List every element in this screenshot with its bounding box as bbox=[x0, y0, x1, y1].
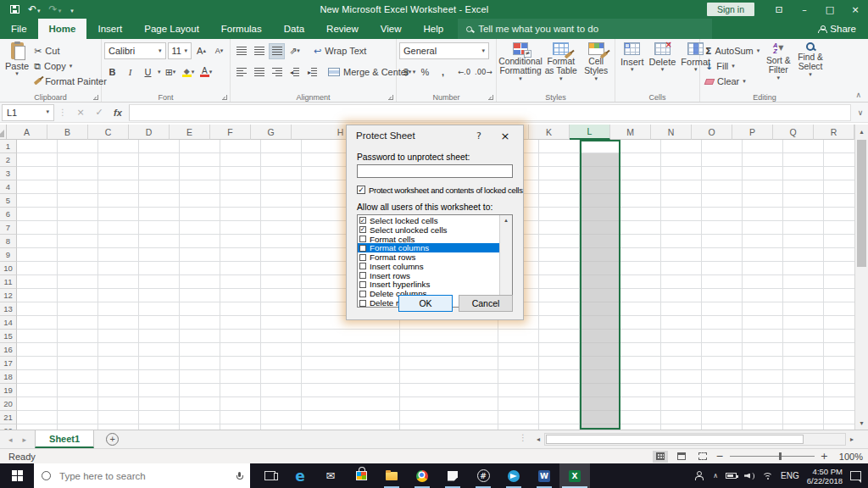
cell-A6[interactable] bbox=[17, 208, 58, 221]
middle-align-button[interactable] bbox=[251, 43, 267, 59]
scroll-right-icon[interactable]: ▸ bbox=[846, 433, 858, 446]
cell-K6[interactable] bbox=[539, 208, 580, 221]
cell-G18[interactable] bbox=[261, 370, 302, 384]
taskbar-task-view-icon[interactable] bbox=[254, 463, 285, 488]
cell-M10[interactable] bbox=[620, 262, 661, 275]
permission-item-format-cells[interactable]: Format cells bbox=[358, 235, 499, 244]
cell-F4[interactable] bbox=[220, 180, 261, 194]
cell-N14[interactable] bbox=[661, 316, 702, 330]
cell-H21[interactable] bbox=[302, 411, 400, 424]
tab-insert[interactable]: Insert bbox=[86, 19, 133, 39]
cell-F18[interactable] bbox=[220, 370, 261, 384]
cell-P8[interactable] bbox=[743, 235, 783, 248]
shrink-font-button[interactable]: A▾ bbox=[211, 43, 227, 59]
cell-D18[interactable] bbox=[139, 370, 180, 384]
new-sheet-button[interactable]: + bbox=[106, 433, 119, 446]
cell-C15[interactable] bbox=[98, 330, 139, 343]
delete-cells-button[interactable]: × Delete ▾ bbox=[647, 42, 679, 91]
column-header-L[interactable]: L bbox=[570, 125, 610, 140]
zoom-slider[interactable] bbox=[730, 456, 815, 457]
permission-item-select-locked-cells[interactable]: ✓Select locked cells bbox=[358, 216, 499, 225]
cell-Q19[interactable] bbox=[783, 384, 824, 397]
permission-checkbox[interactable]: ✓ bbox=[359, 226, 366, 233]
cell-I21[interactable] bbox=[400, 411, 498, 424]
taskbar-telegram-icon[interactable] bbox=[498, 463, 529, 488]
cell-Q21[interactable] bbox=[783, 411, 824, 424]
cell-F21[interactable] bbox=[220, 411, 261, 424]
top-align-button[interactable] bbox=[233, 43, 249, 59]
row-header-21[interactable]: 21 bbox=[0, 411, 17, 424]
tab-page-layout[interactable]: Page Layout bbox=[133, 19, 210, 39]
normal-view-button[interactable] bbox=[653, 451, 668, 463]
taskbar-sticky-notes-icon[interactable] bbox=[437, 463, 468, 488]
cell-P9[interactable] bbox=[743, 248, 783, 262]
clear-button[interactable]: Clear▾ bbox=[703, 74, 762, 89]
cell-A15[interactable] bbox=[17, 330, 58, 343]
cell-G19[interactable] bbox=[261, 384, 302, 397]
cell-N21[interactable] bbox=[661, 411, 702, 424]
permission-checkbox[interactable] bbox=[359, 272, 366, 279]
cell-P20[interactable] bbox=[743, 397, 783, 411]
taskbar-file-explorer-icon[interactable] bbox=[376, 463, 407, 488]
cell-K1[interactable] bbox=[539, 140, 580, 153]
language-indicator[interactable]: ENG bbox=[781, 471, 799, 480]
row-header-4[interactable]: 4 bbox=[0, 180, 17, 194]
column-header-C[interactable]: C bbox=[88, 125, 129, 140]
cell-E6[interactable] bbox=[180, 208, 220, 221]
permission-checkbox[interactable] bbox=[359, 263, 366, 269]
cell-R9[interactable] bbox=[824, 248, 854, 262]
cell-M9[interactable] bbox=[620, 248, 661, 262]
cell-C6[interactable] bbox=[98, 208, 139, 221]
cell-G4[interactable] bbox=[261, 180, 302, 194]
cell-R20[interactable] bbox=[824, 397, 854, 411]
decrease-decimal-button[interactable]: .00→ bbox=[474, 64, 493, 80]
cell-A11[interactable] bbox=[17, 275, 58, 289]
password-input[interactable] bbox=[357, 164, 513, 178]
cell-E1[interactable] bbox=[180, 140, 220, 153]
cell-A13[interactable] bbox=[17, 302, 58, 316]
cell-B21[interactable] bbox=[58, 411, 98, 424]
taskbar-word-icon[interactable]: W bbox=[529, 463, 559, 488]
cell-L13[interactable] bbox=[580, 302, 620, 316]
cell-D11[interactable] bbox=[139, 275, 180, 289]
cell-L11[interactable] bbox=[580, 275, 620, 289]
cell-P21[interactable] bbox=[743, 411, 783, 424]
cell-O3[interactable] bbox=[702, 167, 743, 180]
cell-P18[interactable] bbox=[743, 370, 783, 384]
cell-L5[interactable] bbox=[580, 194, 620, 208]
taskbar-search[interactable] bbox=[34, 463, 250, 488]
cell-P15[interactable] bbox=[743, 330, 783, 343]
permission-item-format-columns[interactable]: Format columns bbox=[358, 243, 499, 252]
cell-J16[interactable] bbox=[498, 343, 539, 357]
wifi-icon[interactable] bbox=[762, 472, 773, 480]
cell-R4[interactable] bbox=[824, 180, 854, 194]
cell-P7[interactable] bbox=[743, 221, 783, 235]
cell-F17[interactable] bbox=[220, 357, 261, 370]
cell-F15[interactable] bbox=[220, 330, 261, 343]
row-header-12[interactable]: 12 bbox=[0, 289, 17, 302]
next-sheet-icon[interactable]: ▸ bbox=[23, 435, 27, 444]
cell-K19[interactable] bbox=[539, 384, 580, 397]
cell-C12[interactable] bbox=[98, 289, 139, 302]
cell-G8[interactable] bbox=[261, 235, 302, 248]
cell-E12[interactable] bbox=[180, 289, 220, 302]
cell-I20[interactable] bbox=[400, 397, 498, 411]
cell-A9[interactable] bbox=[17, 248, 58, 262]
cell-B6[interactable] bbox=[58, 208, 98, 221]
cell-D5[interactable] bbox=[139, 194, 180, 208]
cell-M21[interactable] bbox=[620, 411, 661, 424]
cell-O9[interactable] bbox=[702, 248, 743, 262]
cell-E10[interactable] bbox=[180, 262, 220, 275]
cell-N18[interactable] bbox=[661, 370, 702, 384]
cell-E3[interactable] bbox=[180, 167, 220, 180]
cell-L4[interactable] bbox=[580, 180, 620, 194]
taskbar-excel-icon[interactable]: X bbox=[559, 463, 590, 488]
autosum-button[interactable]: ΣAutoSum▾ bbox=[703, 43, 762, 58]
cancel-button[interactable]: Cancel bbox=[459, 295, 513, 312]
cell-B20[interactable] bbox=[58, 397, 98, 411]
cell-C4[interactable] bbox=[98, 180, 139, 194]
cell-D7[interactable] bbox=[139, 221, 180, 235]
list-scrollbar[interactable]: ▴ ▾ bbox=[499, 215, 512, 307]
zoom-level[interactable]: 100% bbox=[834, 452, 863, 462]
cell-N7[interactable] bbox=[661, 221, 702, 235]
